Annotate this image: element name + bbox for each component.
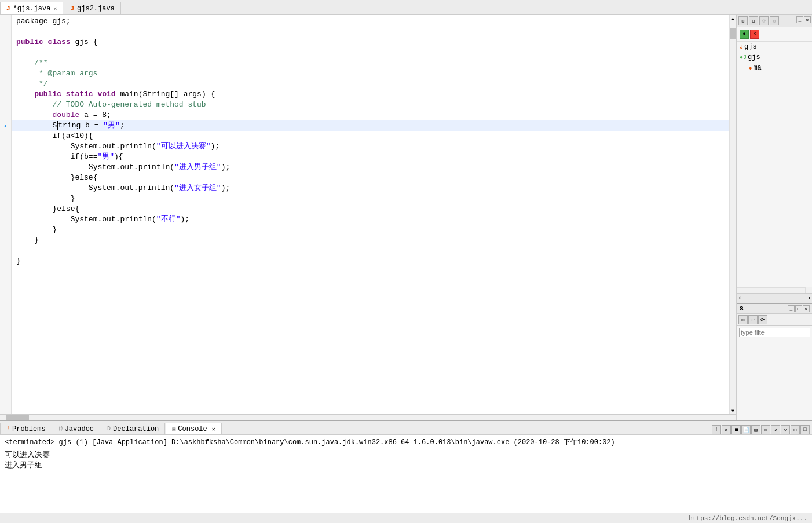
rp-bt-1[interactable]: ⊞ [738, 315, 748, 324]
tree-item-ma[interactable]: ◆ ma [737, 63, 812, 73]
rp-nav-btns: ● × [737, 27, 812, 42]
code-line-8: public static void main(String[] args) { [12, 89, 729, 100]
content-area: − − − ● [0, 15, 812, 420]
rp-min-btn[interactable]: _ [796, 16, 803, 23]
code-line-23 [12, 246, 729, 256]
code-line-5: /** [12, 58, 729, 68]
vscroll-up[interactable]: ▲ [730, 15, 737, 22]
vscroll-thumb[interactable] [730, 28, 736, 39]
console-ctrl-3[interactable]: ⏹ [731, 425, 741, 434]
code-line-7: */ [12, 79, 729, 89]
rp-btn-2[interactable]: ⊟ [749, 16, 758, 25]
code-line-21: } [12, 225, 729, 235]
status-url: https://blog.csdn.net/Songjx... [689, 515, 807, 522]
console-ctrl-7[interactable]: ↗ [771, 425, 780, 434]
tab-console[interactable]: ▣ Console ✕ [166, 423, 221, 434]
rp-bottom-restore[interactable]: □ [795, 305, 802, 312]
rp-hscroll[interactable] [737, 287, 805, 293]
right-panel-content: ● × J gjs ●J gjs ◆ ma [737, 27, 812, 287]
code-line-2 [12, 27, 729, 37]
code-scroll[interactable]: − − − ● [0, 15, 729, 414]
rp-filter-input[interactable] [739, 328, 810, 337]
tree-item-gjs-1[interactable]: J gjs [737, 42, 812, 52]
tab-gjs-java[interactable]: J *gjs.java ✕ [0, 2, 63, 14]
vscroll-down[interactable]: ▼ [730, 407, 737, 414]
rp-vscroll[interactable] [805, 287, 812, 293]
hscroll-thumb[interactable] [6, 415, 29, 420]
code-line-20: System.out.println("不行"); [12, 214, 729, 225]
main-container: J *gjs.java ✕ J gjs2.java − − [0, 0, 812, 523]
tree-label-gjs-1: gjs [744, 43, 757, 51]
tree-item-gjs-2[interactable]: ●J gjs [737, 52, 812, 63]
tab-console-icon: ▣ [172, 426, 175, 433]
code-line-24: } [12, 256, 729, 266]
console-ctrl-2[interactable]: ✕ [722, 425, 731, 434]
tab-javadoc[interactable]: @ Javadoc [53, 423, 100, 434]
code-line-18: } [12, 193, 729, 204]
tab-close-gjs[interactable]: ✕ [53, 5, 57, 12]
gutter-line-18 [0, 193, 12, 204]
rp-btn-3[interactable]: ⟳ [759, 16, 769, 25]
console-ctrl-6[interactable]: ⊞ [761, 425, 770, 434]
tab-javadoc-label: Javadoc [65, 425, 94, 433]
tab-icon-gjs: J [6, 5, 10, 12]
rp-btn-4[interactable]: ⚙ [770, 16, 779, 25]
console-ctrl-5[interactable]: ▤ [751, 425, 760, 434]
console-ctrl-9[interactable]: ⊟ [791, 425, 800, 434]
tab-javadoc-icon: @ [59, 426, 63, 432]
rp-arrow-right[interactable]: › [807, 294, 811, 302]
rp-arrow-left[interactable]: ‹ [738, 294, 742, 302]
gutter-line-10 [0, 110, 12, 120]
tab-label-gjs: *gjs.java [13, 5, 51, 13]
gutter-line-2 [0, 27, 12, 37]
gutter-line-1 [0, 16, 12, 27]
tree-icon-diamond: ◆ [749, 65, 752, 71]
editor-area: − − − ● [0, 15, 737, 420]
gutter-line-6 [0, 68, 12, 79]
vscroll-track[interactable] [730, 22, 737, 407]
rp-bt-3[interactable]: ⟳ [758, 315, 767, 324]
rp-bottom-min[interactable]: _ [788, 305, 795, 312]
gutter-line-17 [0, 183, 12, 193]
rp-close-btn[interactable]: ✕ [804, 16, 811, 23]
right-panel-toolbar: ⊞ ⊟ ⟳ ⚙ _ ✕ [737, 15, 812, 27]
console-ctrl-4[interactable]: 📄 [741, 425, 751, 434]
bottom-panel-controls: ! ✕ ⏹ 📄 ▤ ⊞ ↗ ▽ ⊟ □ [712, 425, 812, 434]
console-output-line-1: 可以进入决赛 [5, 449, 807, 460]
rp-bottom-close[interactable]: ✕ [803, 305, 810, 312]
tab-icon-gjs2: J [70, 5, 74, 12]
console-ctrl-1[interactable]: ! [712, 425, 721, 434]
tab-declaration[interactable]: D Declaration [101, 423, 165, 434]
code-line-4 [12, 47, 729, 58]
editor-scroll-container: − − − ● [0, 15, 736, 414]
tab-problems-label: Problems [12, 425, 46, 433]
tab-console-label: Console [178, 425, 207, 433]
console-ctrl-8[interactable]: ▽ [781, 425, 790, 434]
console-ctrl-10[interactable]: □ [800, 425, 810, 434]
code-line-9: // TODO Auto-generated method stub [12, 100, 729, 110]
gutter-line-7 [0, 79, 12, 89]
rp-bt-2[interactable]: ↩ [748, 315, 758, 324]
status-bar: https://blog.csdn.net/Songjx... [0, 513, 812, 523]
code-lines[interactable]: package gjs; public class gjs { /** * @p… [12, 15, 729, 414]
gutter-line-16 [0, 173, 12, 183]
tab-gjs2-java[interactable]: J gjs2.java [64, 2, 120, 14]
tab-declaration-icon: D [107, 426, 111, 432]
rp-scrollbar [737, 287, 812, 293]
editor-hscrollbar[interactable] [0, 414, 736, 420]
tree-icon-j-2: ●J [740, 54, 747, 61]
gutter-fold-3[interactable]: − [0, 37, 12, 47]
code-line-12: if(a<10){ [12, 131, 729, 141]
tab-bar: J *gjs.java ✕ J gjs2.java [0, 0, 812, 15]
tree-label-gjs-2: gjs [748, 53, 760, 61]
gutter-line-20 [0, 214, 12, 225]
code-line-14: if(b=="男"){ [12, 152, 729, 162]
gutter-fold-5[interactable]: − [0, 58, 12, 68]
rp-btn-1[interactable]: ⊞ [738, 16, 748, 25]
rp-green-btn[interactable]: ● [740, 30, 749, 39]
code-line-19: }else{ [12, 204, 729, 214]
tab-problems[interactable]: ! Problems [0, 423, 52, 434]
editor-vscrollbar[interactable]: ▲ ▼ [729, 15, 736, 414]
rp-red-btn[interactable]: × [750, 30, 759, 39]
gutter-fold-8[interactable]: − [0, 89, 12, 100]
